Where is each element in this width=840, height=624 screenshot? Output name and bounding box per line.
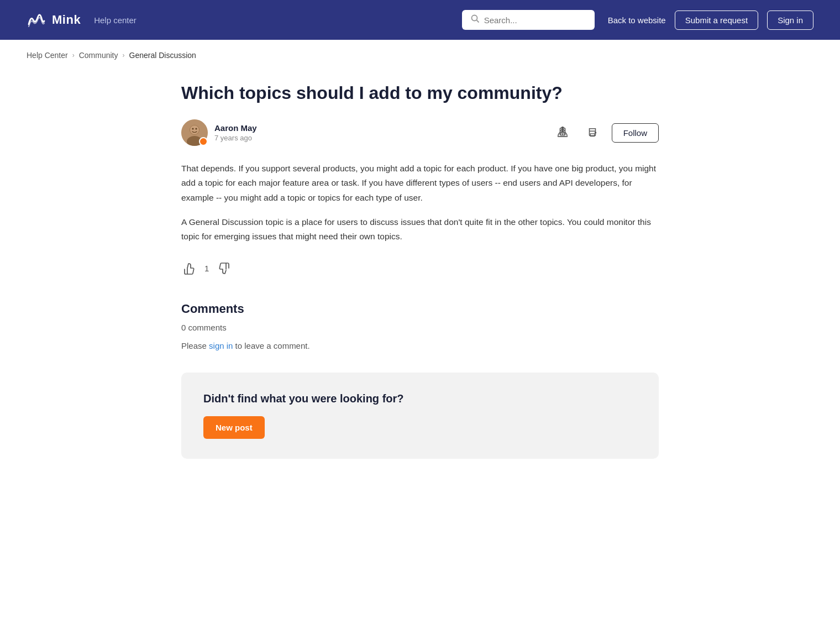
search-input[interactable] — [484, 15, 586, 25]
header: Mink Help center Back to website Submit … — [0, 0, 840, 40]
cta-title: Didn't find what you were looking for? — [203, 392, 637, 405]
sign-in-link[interactable]: sign in — [209, 341, 233, 350]
breadcrumb-community[interactable]: Community — [79, 51, 118, 60]
post-paragraph-1: That depends. If you support several pro… — [181, 161, 659, 205]
breadcrumb-current: General Discussion — [129, 51, 196, 60]
comments-title: Comments — [181, 302, 659, 316]
vote-row: 1 — [181, 260, 659, 277]
post-body: That depends. If you support several pro… — [181, 161, 659, 244]
post-title: Which topics should I add to my communit… — [181, 82, 659, 104]
post-author: Aaron May 7 years ago — [181, 119, 257, 146]
post-paragraph-2: A General Discussion topic is a place fo… — [181, 215, 659, 244]
avatar-badge — [199, 137, 208, 146]
svg-point-11 — [595, 132, 596, 133]
logo-icon — [27, 10, 46, 30]
thumbs-up-icon — [183, 262, 197, 275]
search-bar — [462, 10, 595, 30]
svg-point-0 — [471, 15, 477, 21]
svg-line-1 — [476, 20, 479, 23]
thumbs-down-icon — [217, 262, 230, 275]
sign-in-prompt-before: Please — [181, 341, 209, 350]
submit-request-button[interactable]: Submit a request — [675, 11, 758, 30]
new-post-button[interactable]: New post — [203, 416, 265, 439]
share-button[interactable] — [552, 122, 573, 143]
main-content: Which topics should I add to my communit… — [155, 71, 685, 492]
author-info: Aaron May 7 years ago — [214, 123, 257, 142]
sign-in-button[interactable]: Sign in — [767, 11, 813, 30]
svg-point-7 — [196, 128, 197, 130]
print-button[interactable] — [582, 122, 603, 143]
author-time: 7 years ago — [214, 134, 257, 142]
post-actions: Follow — [552, 122, 659, 143]
breadcrumb-help-center[interactable]: Help Center — [27, 51, 68, 60]
svg-point-6 — [192, 128, 194, 130]
thumbs-up-button[interactable] — [181, 260, 199, 277]
avatar-wrap — [181, 119, 208, 146]
vote-count: 1 — [204, 264, 209, 273]
thumbs-down-button[interactable] — [214, 260, 232, 277]
breadcrumb-sep-2: › — [123, 51, 125, 59]
author-name: Aaron May — [214, 123, 257, 133]
post-meta: Aaron May 7 years ago — [181, 119, 659, 146]
breadcrumb-sep-1: › — [72, 51, 75, 59]
share-icon — [556, 127, 569, 139]
comments-section: Comments 0 comments Please sign in to le… — [181, 302, 659, 350]
back-to-website-link[interactable]: Back to website — [608, 15, 666, 25]
print-icon — [586, 127, 599, 139]
comments-count: 0 comments — [181, 323, 659, 332]
svg-point-5 — [190, 125, 199, 134]
sign-in-prompt: Please sign in to leave a comment. — [181, 341, 659, 350]
header-nav: Back to website Submit a request Sign in — [608, 11, 813, 30]
breadcrumb: Help Center › Community › General Discus… — [0, 40, 840, 71]
logo-link[interactable]: Mink — [27, 10, 81, 30]
logo-text: Mink — [52, 13, 81, 27]
cta-box: Didn't find what you were looking for? N… — [181, 373, 659, 459]
follow-button[interactable]: Follow — [612, 123, 659, 143]
sign-in-prompt-after: to leave a comment. — [233, 341, 309, 350]
help-center-label: Help center — [94, 15, 136, 25]
search-icon — [471, 14, 480, 25]
